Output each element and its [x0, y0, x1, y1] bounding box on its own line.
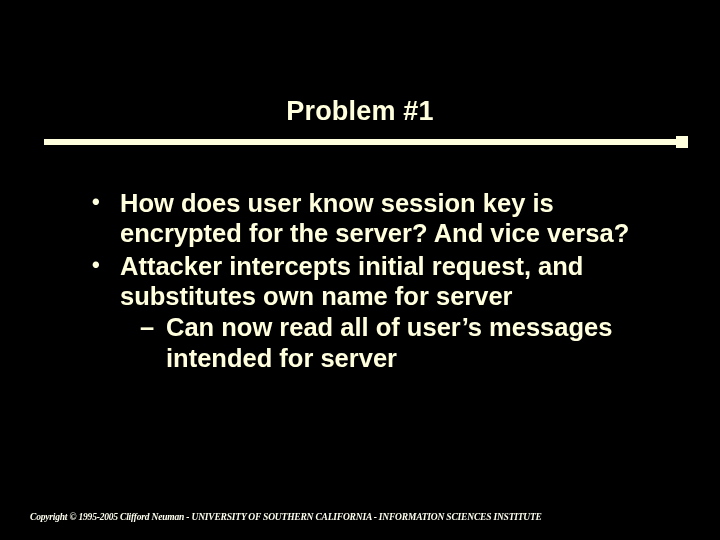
list-item: How does user know session key is encryp… — [88, 188, 648, 249]
title-rule-cap — [676, 136, 688, 148]
bullet-text: How does user know session key is encryp… — [120, 189, 629, 247]
content-area: How does user know session key is encryp… — [88, 188, 648, 375]
copyright-footer: Copyright © 1995-2005 Clifford Neuman - … — [30, 512, 690, 522]
title-rule — [44, 139, 676, 145]
slide-title: Problem #1 — [0, 96, 720, 127]
sub-bullet-list: Can now read all of user’s messages inte… — [120, 312, 648, 373]
list-item: Can now read all of user’s messages inte… — [140, 312, 648, 373]
sub-bullet-text: Can now read all of user’s messages inte… — [166, 313, 612, 371]
title-wrap: Problem #1 — [0, 96, 720, 127]
list-item: Attacker intercepts initial request, and… — [88, 251, 648, 373]
bullet-list: How does user know session key is encryp… — [88, 188, 648, 373]
slide: Problem #1 How does user know session ke… — [0, 0, 720, 540]
bullet-text: Attacker intercepts initial request, and… — [120, 252, 583, 310]
